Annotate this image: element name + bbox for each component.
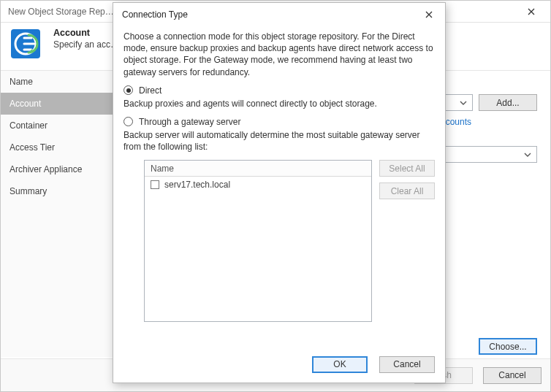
sidebar-item-summary[interactable]: Summary <box>1 180 117 202</box>
chevron-down-icon <box>522 149 533 161</box>
gateway-list-area: Name serv17.tech.local Select All Clear … <box>144 160 435 322</box>
close-icon <box>425 11 433 18</box>
list-item-label: serv17.tech.local <box>164 180 230 190</box>
dialog-cancel-button[interactable]: Cancel <box>379 356 435 373</box>
dialog-title: Connection Type <box>122 9 419 20</box>
connection-type-dialog: Connection Type Choose a connection mode… <box>113 2 446 383</box>
wizard-step-subtitle: Specify an acc… <box>53 39 119 50</box>
dialog-titlebar: Connection Type <box>113 3 445 26</box>
close-icon <box>528 8 535 15</box>
radio-direct-desc: Backup proxies and agents will connect d… <box>123 98 435 109</box>
list-header-name: Name <box>145 161 371 177</box>
choose-connection-button[interactable]: Choose... <box>479 338 537 355</box>
gateway-server-list[interactable]: Name serv17.tech.local <box>144 160 372 322</box>
sidebar-item-archiver-appliance[interactable]: Archiver Appliance <box>1 158 117 180</box>
radio-direct[interactable]: Direct <box>123 85 435 96</box>
list-item[interactable]: serv17.tech.local <box>145 177 371 193</box>
radio-gateway-label: Through a gateway server <box>139 117 240 127</box>
wizard-step-icon <box>8 26 43 61</box>
chevron-down-icon <box>457 97 469 109</box>
dialog-close-button[interactable] <box>419 4 439 25</box>
window-close-button[interactable] <box>517 1 546 22</box>
sidebar-item-access-tier[interactable]: Access Tier <box>1 137 117 158</box>
radio-icon <box>123 117 133 126</box>
dialog-footer: OK Cancel <box>113 350 445 383</box>
sidebar-item-account[interactable]: Account <box>1 93 117 115</box>
dialog-intro-text: Choose a connection mode for this object… <box>123 31 435 78</box>
wizard-window: New Object Storage Rep… Account Specify … <box>0 0 551 392</box>
list-buttons: Select All Clear All <box>379 160 435 322</box>
select-all-button: Select All <box>379 160 435 177</box>
wizard-cancel-button[interactable]: Cancel <box>483 367 542 384</box>
radio-icon <box>123 85 133 95</box>
wizard-step-title: Account <box>53 28 119 38</box>
clear-all-button: Clear All <box>379 182 435 199</box>
sidebar-item-name[interactable]: Name <box>1 71 117 93</box>
wizard-header-text: Account Specify an acc… <box>53 26 119 61</box>
radio-gateway[interactable]: Through a gateway server <box>123 117 435 127</box>
storage-account-icon <box>10 28 42 60</box>
radio-gateway-desc: Backup server will automatically determi… <box>123 129 435 153</box>
checkbox-icon[interactable] <box>151 180 159 189</box>
dialog-body: Choose a connection mode for this object… <box>113 26 445 350</box>
dialog-ok-button[interactable]: OK <box>312 356 368 373</box>
add-credentials-button[interactable]: Add... <box>479 94 537 111</box>
wizard-steps-sidebar: Name Account Container Access Tier Archi… <box>1 71 118 357</box>
radio-direct-label: Direct <box>139 85 162 96</box>
sidebar-item-container[interactable]: Container <box>1 115 117 137</box>
